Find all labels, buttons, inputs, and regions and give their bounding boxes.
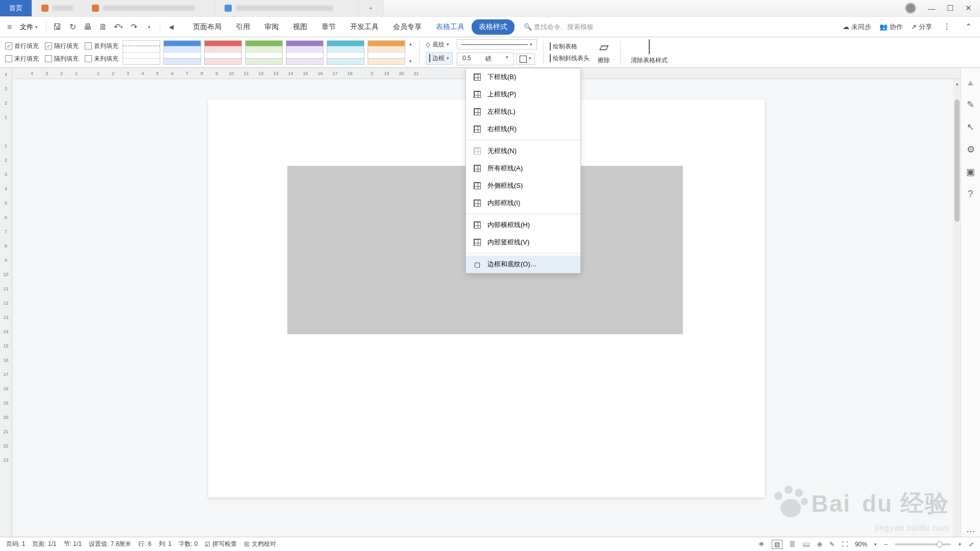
border-color-button[interactable]: ▾: [516, 54, 535, 65]
tab-devtools[interactable]: 开发工具: [343, 18, 386, 36]
dd-top-border[interactable]: 上框线(P): [466, 86, 580, 103]
status-position[interactable]: 设置值: 7.8厘米: [89, 540, 131, 548]
user-avatar[interactable]: [905, 3, 916, 13]
style-orange[interactable]: [368, 40, 405, 65]
style-purple[interactable]: [286, 40, 324, 65]
style-red[interactable]: [204, 40, 242, 65]
line-style-button[interactable]: ▾: [457, 39, 537, 49]
table-style-gallery[interactable]: ▴▾: [122, 40, 413, 65]
fullscreen-icon[interactable]: ⤢: [969, 541, 974, 548]
spellcheck-button[interactable]: ☑拼写检查: [205, 540, 237, 548]
dd-inside-horizontal[interactable]: 内部横框线(H): [466, 216, 580, 234]
shading-button[interactable]: ◇底纹▾: [426, 40, 453, 49]
doc-tab-3[interactable]: [215, 0, 358, 16]
status-row[interactable]: 行: 6: [138, 540, 151, 548]
dd-right-border[interactable]: 右框线(R): [466, 120, 580, 138]
customize-qa-icon[interactable]: ▾: [142, 20, 156, 34]
dots-icon[interactable]: ⋯: [966, 525, 975, 537]
web-view-icon[interactable]: ⊕: [817, 541, 822, 548]
home-tab[interactable]: 首页: [0, 0, 32, 16]
close-button[interactable]: ✕: [961, 2, 976, 14]
dd-left-border[interactable]: 左框线(L): [466, 103, 580, 120]
collab-button[interactable]: 👥协作: [879, 22, 903, 32]
share-button[interactable]: ↗分享: [911, 22, 932, 32]
eye-icon[interactable]: 👁: [758, 541, 765, 548]
style-blue[interactable]: [163, 40, 201, 65]
maximize-button[interactable]: ☐: [942, 2, 958, 14]
dd-bottom-border[interactable]: 下框线(B): [466, 68, 580, 86]
vertical-scrollbar[interactable]: ▴: [953, 79, 961, 537]
doc-tab-1[interactable]: [32, 0, 83, 16]
outline-view-icon[interactable]: ☰: [790, 541, 795, 548]
draw-diagonal-button[interactable]: 绘制斜线表头: [550, 54, 590, 63]
style-green[interactable]: [245, 40, 283, 65]
edit-icon[interactable]: ✎: [829, 541, 835, 548]
collapse-ribbon-icon[interactable]: ⌃: [962, 20, 975, 34]
print-preview-icon[interactable]: 🗎: [96, 20, 110, 34]
dd-inside-vertical[interactable]: 内部竖框线(V): [466, 234, 580, 251]
tab-chapter[interactable]: 章节: [314, 18, 343, 36]
border-button[interactable]: 边框▾: [426, 52, 453, 65]
save-as-icon[interactable]: ↻: [66, 20, 79, 34]
tab-references[interactable]: 引用: [229, 18, 257, 36]
hamburger-icon[interactable]: ≡: [5, 20, 14, 34]
search-box[interactable]: 🔍 查找命令、搜索模板: [524, 22, 841, 32]
chk-first-row[interactable]: ✓首行填充: [5, 42, 39, 51]
zoom-value[interactable]: 90%: [855, 541, 867, 548]
pen-icon[interactable]: ✎: [967, 99, 974, 110]
print-icon[interactable]: 🖶: [81, 20, 94, 34]
draw-table-button[interactable]: 绘制表格: [550, 42, 590, 51]
clear-table-style-button[interactable]: 清除表格样式: [627, 40, 672, 65]
tab-table-style[interactable]: 表格样式: [472, 19, 514, 35]
dd-inside-borders[interactable]: 内部框线(I): [466, 194, 580, 212]
page-view-icon[interactable]: ▤: [772, 540, 782, 549]
tab-page-layout[interactable]: 页面布局: [186, 18, 229, 36]
file-menu[interactable]: 文件 ▾: [16, 20, 42, 34]
cursor-icon[interactable]: ↖: [967, 121, 974, 133]
unsync-button[interactable]: ☁未同步: [843, 22, 871, 32]
fit-icon[interactable]: ⛶: [842, 541, 848, 548]
zoom-out-icon[interactable]: −: [884, 541, 888, 548]
style-cyan[interactable]: [327, 40, 364, 65]
canvas[interactable]: 4321123456789101112131415161718319202130…: [12, 68, 961, 537]
chk-last-row[interactable]: 末行填充: [5, 55, 39, 63]
box-icon[interactable]: ▣: [966, 166, 975, 178]
status-col[interactable]: 列: 1: [159, 540, 172, 548]
gallery-scroll[interactable]: ▴▾: [408, 40, 413, 65]
style-plain[interactable]: [122, 40, 160, 65]
eraser-button[interactable]: ▱ 擦除: [594, 40, 614, 65]
dd-no-border[interactable]: 无框线(N): [466, 142, 580, 160]
redo-icon[interactable]: ↷: [127, 20, 140, 34]
tab-member[interactable]: 会员专享: [386, 18, 429, 36]
dd-all-borders[interactable]: 所有框线(A): [466, 160, 580, 177]
more-icon[interactable]: ⋮: [940, 20, 953, 34]
save-icon[interactable]: 🖫: [51, 20, 64, 34]
zoom-slider[interactable]: [895, 543, 951, 545]
help-icon[interactable]: ?: [968, 189, 973, 199]
proofread-button[interactable]: ☒文档校对: [244, 540, 276, 548]
chk-banded-row[interactable]: ✓隔行填充: [45, 42, 79, 51]
rocket-icon[interactable]: ⟁: [968, 77, 973, 88]
status-section[interactable]: 节: 1/1: [64, 540, 82, 548]
status-page-no[interactable]: 页码: 1: [6, 540, 25, 548]
dd-borders-and-shading[interactable]: ▢边框和底纹(O)…: [466, 256, 580, 273]
sliders-icon[interactable]: ⚙: [967, 144, 975, 155]
tab-table-tools[interactable]: 表格工具: [429, 18, 472, 36]
new-tab-button[interactable]: ＋: [358, 0, 384, 16]
chk-banded-col[interactable]: 隔列填充: [45, 55, 79, 63]
doc-tab-2[interactable]: [83, 0, 215, 16]
dd-outside-borders[interactable]: 外侧框线(S): [466, 177, 580, 194]
scroll-thumb[interactable]: [954, 99, 960, 222]
zoom-in-icon[interactable]: +: [958, 541, 962, 548]
status-page[interactable]: 页面: 1/1: [32, 540, 56, 548]
tab-view[interactable]: 视图: [286, 18, 314, 36]
border-weight-input[interactable]: 0.5磅▾: [457, 53, 514, 65]
nav-left-icon[interactable]: ◀: [164, 20, 178, 34]
chk-first-col[interactable]: 首列填充: [85, 42, 118, 51]
tab-review[interactable]: 审阅: [257, 18, 286, 36]
undo-icon[interactable]: ↶▾: [112, 20, 125, 34]
chk-last-col[interactable]: 末列填充: [85, 55, 118, 63]
status-words[interactable]: 字数: 0: [179, 540, 198, 548]
reading-view-icon[interactable]: 📖: [802, 541, 810, 548]
minimize-button[interactable]: —: [924, 2, 939, 14]
